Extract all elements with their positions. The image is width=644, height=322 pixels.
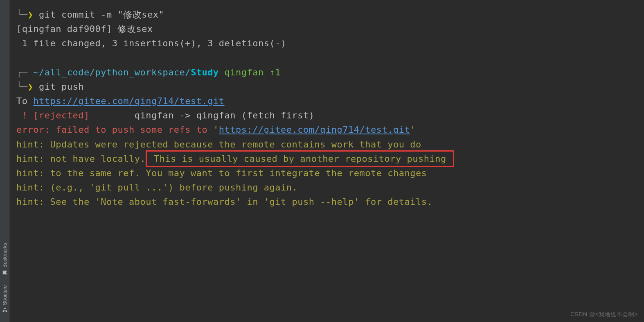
- terminal-prompt-line: ╭─ ~/all_code/python_workspace/Study qin…: [16, 65, 640, 79]
- terminal-hint: hint: Updates were rejected because the …: [16, 137, 640, 152]
- command-text: git push: [39, 82, 84, 92]
- structure-icon: [2, 307, 8, 313]
- svg-rect-0: [2, 311, 4, 313]
- bookmark-icon: [2, 270, 8, 275]
- terminal-hint: hint: See the 'Note about fast-forwards'…: [16, 195, 640, 209]
- repo-url-link[interactable]: https://gitee.com/qing714/test.git: [33, 96, 224, 106]
- terminal-panel[interactable]: ╰─❯ git commit -m "修改sex" [qingfan daf90…: [10, 0, 644, 322]
- prompt-branch: qingfan: [219, 67, 270, 77]
- ide-sidebar: Bookmarks Structure: [0, 0, 10, 322]
- terminal-line: ╰─❯ git commit -m "修改sex": [16, 7, 640, 22]
- terminal-hint: hint: (e.g., 'git pull ...') before push…: [16, 180, 640, 195]
- sidebar-tab-label: Bookmarks: [2, 243, 8, 268]
- prompt-project: Study: [191, 67, 219, 77]
- svg-rect-1: [5, 311, 7, 313]
- terminal-output: [qingfan daf900f] 修改sex: [16, 22, 640, 36]
- terminal-output: To https://gitee.com/qing714/test.git: [16, 94, 640, 108]
- highlighted-text: This is usually caused by another reposi…: [146, 150, 454, 167]
- watermark-text: CSDN @<我啥也不会啊>: [570, 310, 638, 319]
- terminal-hint: hint: to the same ref. You may want to f…: [16, 166, 640, 180]
- svg-rect-2: [4, 308, 6, 310]
- terminal-line: ╰─❯ git push: [16, 79, 640, 94]
- prompt-path: ~/all_code/python_workspace/: [33, 67, 191, 77]
- terminal-error: error: failed to push some refs to 'http…: [16, 122, 640, 137]
- sidebar-tab-label: Structure: [2, 285, 8, 305]
- sidebar-tab-bookmarks[interactable]: Bookmarks: [1, 238, 9, 280]
- command-text: git commit -m "修改sex": [39, 9, 164, 20]
- terminal-hint: hint: not have locally. This is usually …: [16, 152, 640, 166]
- terminal-output: ! [rejected] qingfan -> qingfan (fetch f…: [16, 108, 640, 122]
- repo-url-link[interactable]: https://gitee.com/qing714/test.git: [219, 125, 410, 135]
- prompt-status: ↑1: [270, 67, 281, 77]
- sidebar-tab-structure[interactable]: Structure: [1, 280, 9, 318]
- terminal-output: 1 file changed, 3 insertions(+), 3 delet…: [16, 36, 640, 50]
